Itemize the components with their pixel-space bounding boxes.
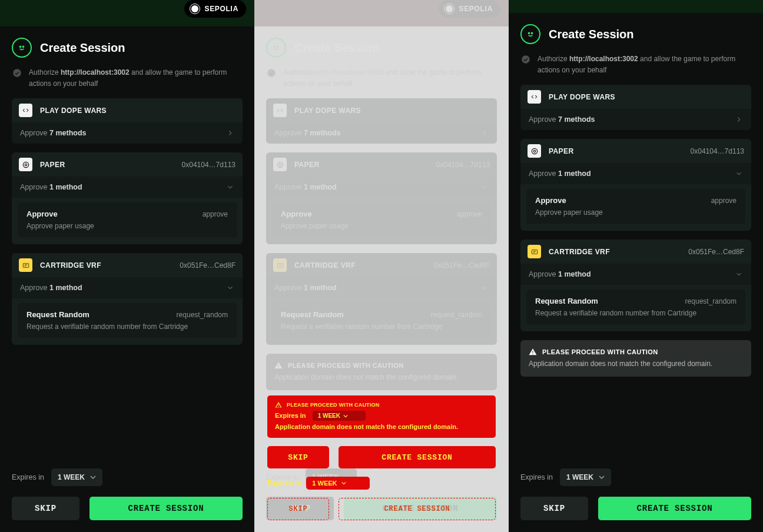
smiley-icon: [520, 24, 540, 44]
code-icon-box: [19, 104, 32, 117]
target-icon-box: [528, 144, 541, 158]
code-icon-box: [273, 104, 287, 117]
warning-message: Application domain does not match the co…: [529, 360, 743, 368]
section-summary-dope-wars[interactable]: Approve 7 methods: [266, 122, 497, 144]
page-title: Create Session: [294, 41, 380, 55]
network-pill[interactable]: SEPOLIA: [439, 0, 500, 18]
expiry-label: Expires in: [520, 473, 553, 481]
method-desc: Approve paper usage: [281, 222, 482, 230]
section-summary-cartridge-vrf[interactable]: Approve 1 method: [266, 277, 497, 298]
svg-point-4: [25, 164, 27, 166]
expiry-dropdown[interactable]: 1 WEEK: [560, 468, 611, 486]
chevron-down-icon: [480, 183, 489, 191]
section-summary-paper[interactable]: Approve 1 method: [12, 177, 243, 198]
expiry-dropdown[interactable]: 1 WEEK: [51, 468, 102, 486]
svg-point-3: [23, 162, 28, 167]
create-session-button[interactable]: CREATE SESSION: [598, 497, 751, 520]
panel-left: SEPOLIA Create Session Authorize http://…: [0, 0, 254, 532]
method-name: Approve: [281, 210, 312, 218]
section-summary-dope-wars[interactable]: Approve 7 methods: [520, 109, 751, 130]
method-name: Request Random: [281, 310, 344, 319]
content-left: Create Session Authorize http://localhos…: [0, 26, 254, 532]
ghost-create-button[interactable]: CREATE SESSION: [339, 498, 496, 520]
section-header-cartridge-vrf: CARTRIDGE VRF 0x051Fe…Ced8F: [12, 253, 243, 277]
page-title: Create Session: [40, 41, 125, 55]
svg-point-6: [274, 46, 275, 47]
hero-right: [509, 0, 763, 13]
code-icon: [530, 93, 538, 101]
method-desc: Approve paper usage: [26, 222, 228, 230]
skip-button[interactable]: SKIP: [12, 497, 79, 520]
create-session-button[interactable]: CREATE SESSION: [89, 497, 243, 520]
checkmark-badge-icon: [520, 54, 531, 65]
network-avatar-icon: [444, 4, 455, 14]
svg-rect-17: [532, 250, 537, 254]
vrf-icon-box: [273, 258, 287, 272]
chevron-right-icon: [735, 115, 743, 124]
checkmark-badge-icon: [266, 68, 277, 78]
page-title: Create Session: [549, 28, 634, 41]
section-paper: PAPER 0x04104…7d113 Approve 1 method App…: [12, 152, 243, 244]
ghost-skip-button[interactable]: SKIP: [267, 498, 329, 520]
section-title: CARTRIDGE VRF: [549, 248, 610, 256]
code-icon: [22, 107, 29, 114]
network-avatar-icon: [190, 4, 200, 14]
method-desc: Request a verifiable random number from …: [535, 309, 737, 317]
method-name: Request Random: [535, 297, 598, 305]
section-summary-dope-wars[interactable]: Approve 7 methods: [12, 122, 243, 144]
glitch-skip-button[interactable]: SKIP: [267, 446, 329, 468]
section-dope-wars: PLAY DOPE WARS Approve 7 methods: [520, 85, 751, 130]
network-pill[interactable]: SEPOLIA: [184, 0, 246, 18]
section-title: PAPER: [294, 161, 319, 169]
warning-triangle-icon: [529, 348, 537, 356]
target-icon: [276, 161, 284, 169]
method-name: Request Random: [26, 310, 89, 319]
section-header-dope-wars: PLAY DOPE WARS: [520, 85, 751, 109]
network-label: SEPOLIA: [459, 5, 493, 13]
svg-point-12: [528, 32, 529, 34]
method-detail-paper: Approve approve Approve paper usage: [18, 202, 237, 237]
section-header-dope-wars: PLAY DOPE WARS: [266, 98, 497, 122]
warning-message: Application domain does not match the co…: [274, 373, 489, 381]
svg-point-8: [267, 69, 276, 77]
chevron-down-icon: [480, 284, 489, 292]
method-detail-cartridge-vrf: Request Random request_random Request a …: [18, 303, 237, 338]
section-address: 0x04104…7d113: [436, 161, 490, 169]
section-title: PAPER: [549, 147, 573, 155]
chevron-right-icon: [480, 129, 489, 137]
svg-rect-5: [23, 263, 28, 267]
svg-point-10: [279, 164, 281, 166]
section-header-cartridge-vrf: CARTRIDGE VRF 0x051Fe…Ced8F: [520, 240, 751, 264]
section-address: 0x04104…7d113: [691, 147, 744, 155]
chevron-down-icon: [90, 474, 96, 480]
hero-left: SEPOLIA: [0, 0, 254, 26]
chevron-down-icon: [735, 270, 743, 278]
section-header-paper: PAPER 0x04104…7d113: [520, 139, 751, 163]
section-summary-cartridge-vrf[interactable]: Approve 1 method: [520, 264, 751, 285]
glitch-expiry-dropdown[interactable]: 1 WEEK: [313, 411, 366, 421]
chevron-down-icon: [343, 414, 348, 418]
ghost-expiry-dropdown[interactable]: 1 WEEK: [306, 477, 369, 490]
target-icon-box: [19, 158, 32, 171]
glitch-stack: PLEASE PROCEED WITH CAUTION Expires in 1…: [267, 395, 496, 520]
section-summary-cartridge-vrf[interactable]: Approve 1 method: [12, 277, 243, 298]
vrf-icon-box: [19, 258, 32, 272]
glitch-warning-title: PLEASE PROCEED WITH CAUTION: [287, 402, 379, 408]
section-title: PLAY DOPE WARS: [294, 107, 361, 115]
warning-box: PLEASE PROCEED WITH CAUTION Application …: [520, 340, 751, 377]
svg-point-16: [533, 150, 536, 152]
method-selector: approve: [203, 210, 228, 218]
method-selector: approve: [457, 210, 482, 218]
panel-middle: SEPOLIA Create Session Authorize http://…: [254, 0, 509, 532]
section-summary-paper[interactable]: Approve 1 method: [520, 163, 751, 184]
skip-button[interactable]: SKIP: [520, 497, 588, 520]
svg-point-7: [277, 46, 278, 47]
method-detail-cartridge-vrf: Request Random request_random Request a …: [526, 290, 745, 324]
method-name: Approve: [26, 210, 58, 218]
glitch-create-button[interactable]: CREATE SESSION: [339, 446, 496, 468]
section-summary-paper[interactable]: Approve 1 method: [266, 177, 497, 198]
section-title: CARTRIDGE VRF: [294, 261, 356, 270]
section-header-paper: PAPER 0x04104…7d113: [266, 152, 497, 177]
method-detail-paper: Approve approve Approve paper usage: [272, 202, 491, 237]
section-header-cartridge-vrf: CARTRIDGE VRF 0x051Fe…Ced8F: [266, 253, 497, 277]
